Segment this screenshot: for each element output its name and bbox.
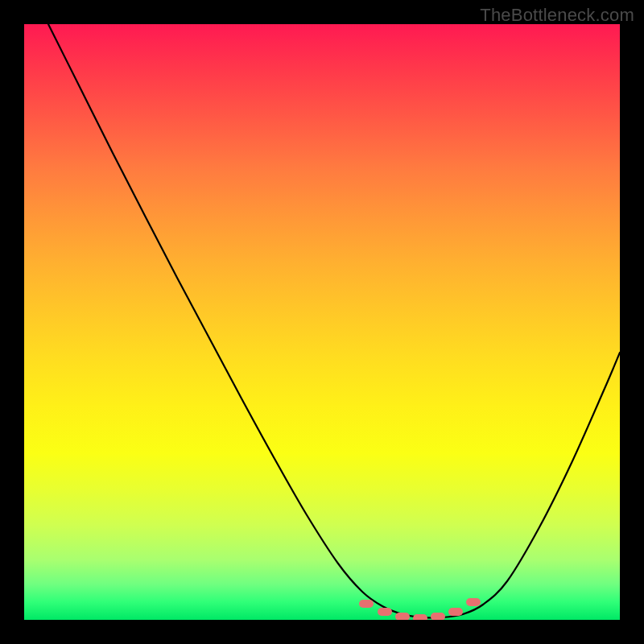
marker-point <box>431 613 445 620</box>
valley-markers <box>359 598 481 620</box>
curve-svg <box>24 24 620 620</box>
marker-point <box>413 614 427 620</box>
chart-container: TheBottleneck.com <box>0 0 644 644</box>
plot-area <box>24 24 620 620</box>
marker-point <box>359 600 374 608</box>
marker-point <box>378 608 392 616</box>
marker-point <box>448 608 463 616</box>
watermark-text: TheBottleneck.com <box>480 5 634 26</box>
marker-point <box>466 598 481 606</box>
bottleneck-curve <box>48 24 620 618</box>
marker-point <box>395 613 410 620</box>
